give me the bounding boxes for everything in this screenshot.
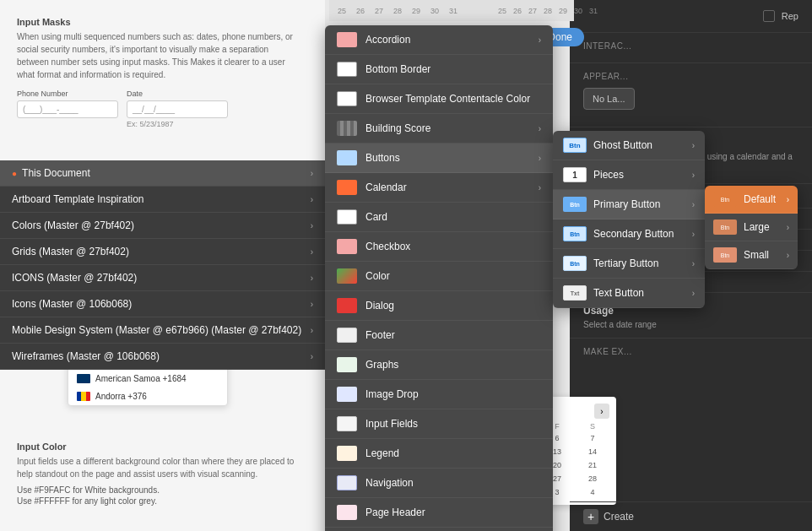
- country-andorra[interactable]: Andorra +376: [68, 387, 227, 405]
- create-button[interactable]: + Create: [570, 501, 812, 531]
- chevron-right-icon: ›: [311, 352, 313, 361]
- menu-item-calendar[interactable]: Calendar ›: [325, 173, 553, 203]
- menu-label: Calendar: [365, 182, 407, 193]
- doc-item-grids[interactable]: Grids (Master @ 27bf402) ›: [0, 239, 325, 265]
- legend-icon: [337, 446, 357, 461]
- doc-dot: ●: [12, 169, 17, 178]
- submenu-tertiary-button[interactable]: Btn Tertiary Button ›: [553, 249, 705, 279]
- menu-item-accordion[interactable]: Accordion ›: [325, 25, 553, 55]
- date-strip-right: 2526 2728 2930 31: [490, 0, 574, 21]
- menu-item-building-score[interactable]: Building Score ›: [325, 114, 553, 144]
- main-menu: Accordion › Bottom Border Browser Templa…: [325, 25, 553, 531]
- dialog-icon: [337, 298, 357, 313]
- menu-item-legend[interactable]: Legend: [325, 439, 553, 469]
- submenu-label: Primary Button: [593, 198, 660, 210]
- menu-label: Card: [365, 211, 387, 223]
- buttons-submenu: Btn Ghost Button › 1 Pieces › Btn Primar…: [553, 131, 705, 308]
- document-list: ● This Document › Artboard Template Insp…: [0, 160, 325, 370]
- chevron-right-icon: ›: [539, 183, 541, 192]
- menu-item-buttons[interactable]: Buttons ›: [325, 144, 553, 173]
- submenu-secondary-button[interactable]: Btn Secondary Button ›: [553, 219, 705, 249]
- menu-item-input-fields[interactable]: Input Fields: [325, 409, 553, 439]
- submenu-label: Secondary Button: [593, 228, 674, 240]
- make-ex-label: MAKE EX...: [583, 347, 798, 356]
- input-masks-title: Input Masks: [17, 17, 295, 27]
- chevron-right-icon: ›: [311, 274, 313, 283]
- country-american-samoa[interactable]: American Samoa +1684: [68, 370, 227, 387]
- chevron-right-icon: ›: [311, 247, 313, 257]
- buttons-icon: [337, 150, 357, 165]
- tertiary-button-icon: Btn: [563, 256, 587, 271]
- size-small[interactable]: Btn Small ›: [705, 241, 798, 269]
- menu-item-dialog[interactable]: Dialog: [325, 291, 553, 321]
- size-label: Large: [744, 221, 770, 233]
- submenu-primary-button[interactable]: Btn Primary Button ›: [553, 190, 705, 219]
- menu-item-page-header[interactable]: Page Header: [325, 498, 553, 528]
- menu-label: Navigation: [365, 477, 414, 489]
- appearance-section: APPEAR... No La...: [570, 63, 812, 127]
- chevron-right-icon: ›: [539, 35, 541, 45]
- doc-item-wireframes[interactable]: Wireframes (Master @ 106b068) ›: [0, 344, 325, 370]
- text-button-icon: Txt: [563, 285, 587, 301]
- menu-item-navigation[interactable]: Navigation: [325, 469, 553, 498]
- doc-item-this-document[interactable]: ● This Document ›: [0, 160, 325, 187]
- building-score-icon: [337, 121, 357, 136]
- rep-row: Rep: [570, 0, 812, 33]
- submenu-pieces[interactable]: 1 Pieces ›: [553, 160, 705, 190]
- submenu-label: Pieces: [593, 169, 624, 181]
- flag-andorra: [77, 392, 90, 401]
- menu-label: Legend: [365, 447, 399, 459]
- size-menu: Btn Default › Btn Large › Btn Small ›: [705, 186, 798, 269]
- chevron-right-icon: ›: [692, 171, 695, 180]
- hint1: Use #F9FAFC for White backgrounds.: [17, 485, 295, 495]
- input-mask-row: Phone Number (___)___-____ Date __/__/__…: [17, 89, 295, 128]
- secondary-button-icon: Btn: [563, 226, 587, 241]
- date-input[interactable]: __/__/____: [127, 100, 228, 118]
- menu-item-image-drop[interactable]: Image Drop: [325, 380, 553, 409]
- menu-item-page-level[interactable]: Page Level Notification: [325, 528, 553, 531]
- chevron-right-icon: ›: [539, 154, 541, 163]
- size-large[interactable]: Btn Large ›: [705, 214, 798, 241]
- input-masks-body: When using multi sequenced numbers such …: [17, 30, 295, 81]
- menu-item-bottom-border[interactable]: Bottom Border: [325, 55, 553, 84]
- menu-item-browser-template[interactable]: Browser Template Contentacle Color: [325, 84, 553, 114]
- no-label-button[interactable]: No La...: [583, 88, 635, 110]
- doc-label: Icons (Master @ 106b068): [12, 298, 132, 310]
- menu-item-graphs[interactable]: Graphs: [325, 350, 553, 380]
- large-size-icon: Btn: [713, 219, 737, 235]
- submenu-ghost-button[interactable]: Btn Ghost Button ›: [553, 131, 705, 160]
- menu-item-card[interactable]: Card: [325, 203, 553, 232]
- chevron-right-icon: ›: [692, 200, 695, 209]
- color-icon: [337, 268, 357, 284]
- chevron-right-icon: ›: [311, 300, 313, 309]
- create-label: Create: [604, 511, 634, 523]
- appear-label: APPEAR...: [583, 72, 798, 81]
- doc-item-mobile[interactable]: Mobile Design System (Master @ e67b966) …: [0, 317, 325, 344]
- country-name: American Samoa +1684: [95, 374, 187, 383]
- submenu-text-button[interactable]: Txt Text Button ›: [553, 279, 705, 308]
- flag-american-samoa: [77, 374, 90, 383]
- interactable-section: INTERAC...: [570, 33, 812, 63]
- menu-label: Graphs: [365, 359, 398, 371]
- country-name: Andorra +376: [95, 392, 147, 401]
- phone-input[interactable]: (___)___-____: [17, 100, 118, 118]
- doc-item-colors[interactable]: Colors (Master @ 27bf402) ›: [0, 213, 325, 239]
- date-group: Date __/__/____ Ex: 5/23/1987: [127, 89, 228, 128]
- input-color-section: Input Color Input fields use a different…: [17, 442, 295, 506]
- size-default[interactable]: Btn Default ›: [705, 186, 798, 214]
- menu-item-footer[interactable]: Footer: [325, 321, 553, 350]
- menu-label: Buttons: [365, 152, 400, 164]
- hint2: Use #FFFFFF for any light color grey.: [17, 496, 295, 506]
- doc-item-icons[interactable]: Icons (Master @ 106b068) ›: [0, 291, 325, 317]
- menu-item-color[interactable]: Color: [325, 262, 553, 291]
- rep-checkbox[interactable]: [763, 10, 775, 22]
- primary-button-icon: Btn: [563, 197, 587, 212]
- doc-item-icons-master[interactable]: ICONS (Master @ 27bf402) ›: [0, 265, 325, 291]
- menu-label: Dialog: [365, 300, 394, 312]
- doc-item-artboard[interactable]: Artboard Template Inspiration ›: [0, 187, 325, 213]
- accordion-icon: [337, 32, 357, 47]
- bottom-border-icon: [337, 62, 357, 77]
- menu-item-checkbox[interactable]: Checkbox: [325, 232, 553, 262]
- chevron-right-icon: ›: [311, 169, 313, 178]
- size-label: Small: [744, 249, 769, 261]
